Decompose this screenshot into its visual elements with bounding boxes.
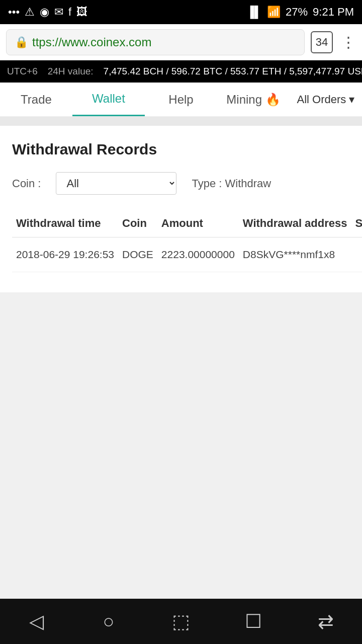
nav-help[interactable]: Help xyxy=(145,83,217,116)
back-button[interactable]: ◁ xyxy=(16,606,56,636)
col-header-withdrawal-time: Withdrawal time xyxy=(12,210,118,237)
cell-coin: DOGE xyxy=(118,237,157,272)
shortcut-button[interactable]: ⇄ xyxy=(306,606,346,636)
nav-all-orders-label: All Orders ▾ xyxy=(297,93,355,106)
window-button[interactable]: ☐ xyxy=(233,606,274,636)
nav-mining-label: Mining 🔥 xyxy=(226,93,280,107)
time-display: 9:21 PM xyxy=(313,6,354,19)
wifi-icon: 📶 xyxy=(267,6,281,19)
coin-filter-select[interactable]: All BTC ETH DOGE xyxy=(56,172,176,195)
browser-menu-button[interactable]: ⋮ xyxy=(341,33,356,51)
battery-text: 27% xyxy=(286,6,308,19)
status-icons-right: ▐▌ 📶 27% 9:21 PM xyxy=(246,6,354,19)
warning-icon: ⚠ xyxy=(25,6,35,19)
nav-trade[interactable]: Trade xyxy=(0,83,72,116)
col-header-status: S xyxy=(351,210,362,237)
coin-filter-label: Coin : xyxy=(12,177,41,190)
ticker-values: 7,475.42 BCH / 596.72 BTC / 553.77 ETH /… xyxy=(104,66,362,77)
url-text: ttps://www.coinex.com xyxy=(32,35,151,49)
status-icons-left: ••• ⚠ ◉ ✉ f 🖼 xyxy=(8,6,87,19)
cell-time: 2018-06-29 19:26:53 xyxy=(12,237,118,272)
nav-wallet-label: Wallet xyxy=(92,92,125,106)
recent-apps-button[interactable]: ⬚ xyxy=(161,606,201,636)
section-divider xyxy=(0,117,362,126)
facebook-icon: f xyxy=(68,6,71,19)
home-button[interactable]: ○ xyxy=(88,606,129,636)
filter-row: Coin : All BTC ETH DOGE Type : Withdraw xyxy=(12,172,350,195)
bottom-nav: ◁ ○ ⬚ ☐ ⇄ xyxy=(0,599,362,644)
cell-amount: 2223.00000000 xyxy=(157,237,239,272)
lock-icon: 🔒 xyxy=(15,36,28,49)
tab-count[interactable]: 34 xyxy=(311,31,333,53)
ticker-label: 24H value: xyxy=(48,66,94,77)
table-row: 2018-06-29 19:26:53 DOGE 2223.00000000 D… xyxy=(12,237,362,272)
browser-bar: 🔒 ttps://www.coinex.com 34 ⋮ xyxy=(0,24,362,60)
page-title: Withdrawal Records xyxy=(12,141,350,158)
chrome-icon: ◉ xyxy=(40,6,49,19)
col-header-coin: Coin xyxy=(118,210,157,237)
main-card: Withdrawal Records Coin : All BTC ETH DO… xyxy=(0,126,362,292)
gallery-icon: 🖼 xyxy=(76,6,87,19)
signal-icon: ▐▌ xyxy=(246,6,262,19)
nav-wallet[interactable]: Wallet xyxy=(72,83,145,116)
nav-all-orders[interactable]: All Orders ▾ xyxy=(290,83,362,116)
ticker-bar: UTC+6 24H value: 7,475.42 BCH / 596.72 B… xyxy=(0,60,362,83)
nav-trade-label: Trade xyxy=(21,93,52,107)
url-bar[interactable]: 🔒 ttps://www.coinex.com xyxy=(6,29,305,55)
table-header-row: Withdrawal time Coin Amount Withdrawal a… xyxy=(12,210,362,237)
cell-status xyxy=(351,237,362,272)
messenger-icon: ✉ xyxy=(54,6,63,19)
status-bar: ••• ⚠ ◉ ✉ f 🖼 ▐▌ 📶 27% 9:21 PM xyxy=(0,0,362,24)
col-header-withdrawal-address: Withdrawal address xyxy=(239,210,351,237)
nav-bar: Trade Wallet Help Mining 🔥 All Orders ▾ xyxy=(0,83,362,117)
cell-address: D8SkVG****nmf1x8 xyxy=(239,237,351,272)
col-header-amount: Amount xyxy=(157,210,239,237)
nav-help-label: Help xyxy=(168,93,193,107)
overflow-icon: ••• xyxy=(8,6,20,19)
timezone-label: UTC+6 xyxy=(7,66,38,77)
type-filter-label: Type : Withdraw xyxy=(192,177,271,190)
nav-mining[interactable]: Mining 🔥 xyxy=(217,83,290,116)
records-table: Withdrawal time Coin Amount Withdrawal a… xyxy=(12,210,362,272)
